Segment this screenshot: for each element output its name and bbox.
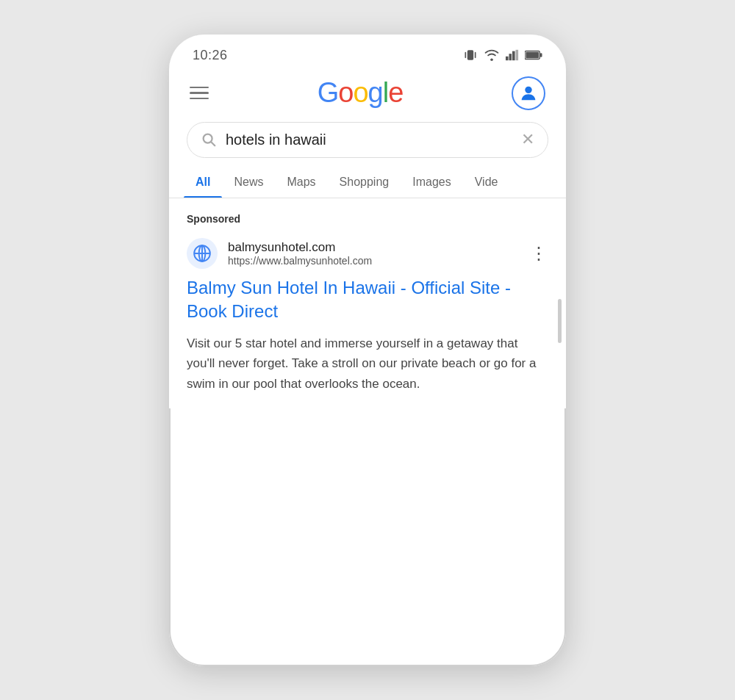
phone-frame: 10:26	[169, 35, 566, 666]
ad-site-info: balmysunhotel.com https://www.balmysunho…	[228, 240, 372, 267]
logo-o1: o	[338, 77, 353, 109]
svg-point-10	[525, 86, 531, 93]
svg-rect-3	[506, 57, 509, 60]
logo-l: l	[383, 77, 388, 109]
tab-maps[interactable]: Maps	[275, 167, 327, 198]
wifi-icon	[484, 49, 500, 61]
ad-domain[interactable]: balmysunhotel.com	[228, 240, 372, 255]
battery-icon	[525, 50, 542, 60]
hamburger-menu[interactable]	[190, 87, 209, 100]
header: Google	[169, 69, 566, 119]
ad-site-left: balmysunhotel.com https://www.balmysunho…	[187, 238, 372, 269]
ad-title[interactable]: Balmy Sun Hotel In Hawaii - Official Sit…	[187, 276, 548, 324]
tab-news[interactable]: News	[222, 167, 275, 198]
tab-images[interactable]: Images	[401, 167, 462, 198]
ad-description: Visit our 5 star hotel and immerse yours…	[187, 333, 548, 394]
tab-all[interactable]: All	[184, 167, 222, 198]
svg-rect-9	[540, 53, 542, 57]
google-logo: Google	[318, 77, 404, 109]
person-icon	[518, 83, 539, 104]
sponsored-label: Sponsored	[187, 213, 548, 225]
svg-rect-5	[512, 51, 515, 61]
search-input[interactable]	[226, 131, 512, 148]
svg-rect-6	[516, 50, 519, 60]
svg-rect-4	[509, 54, 512, 60]
logo-o2: o	[353, 77, 368, 109]
status-icons	[463, 48, 542, 62]
ad-favicon	[187, 238, 218, 269]
search-bar-wrapper: ✕	[169, 119, 566, 167]
logo-g: g	[368, 77, 383, 109]
svg-rect-2	[475, 52, 476, 58]
results-area: Sponsored balmysunhotel.com https://www.…	[169, 198, 566, 408]
ad-site-row: balmysunhotel.com https://www.balmysunho…	[187, 238, 548, 269]
ad-more-button[interactable]: ⋮	[530, 245, 548, 262]
account-avatar[interactable]	[512, 76, 545, 110]
status-bar: 10:26	[169, 35, 566, 69]
clear-search-button[interactable]: ✕	[521, 131, 534, 148]
svg-rect-1	[465, 52, 467, 58]
logo-G: G	[318, 77, 339, 109]
ad-url[interactable]: https://www.balmysunhotel.com	[228, 255, 372, 267]
globe-icon	[193, 244, 212, 263]
logo-e: e	[388, 77, 403, 109]
status-time: 10:26	[193, 48, 228, 63]
tab-shopping[interactable]: Shopping	[328, 167, 401, 198]
search-icon	[201, 131, 217, 148]
search-bar[interactable]: ✕	[187, 122, 548, 158]
signal-icon	[506, 49, 519, 61]
svg-rect-0	[467, 50, 473, 59]
search-tabs: All News Maps Shopping Images Vide	[169, 167, 566, 198]
scrollbar[interactable]	[558, 299, 562, 343]
svg-rect-8	[526, 52, 539, 58]
svg-line-12	[211, 142, 215, 145]
vibrate-icon	[463, 48, 478, 62]
tab-videos[interactable]: Vide	[463, 167, 510, 198]
